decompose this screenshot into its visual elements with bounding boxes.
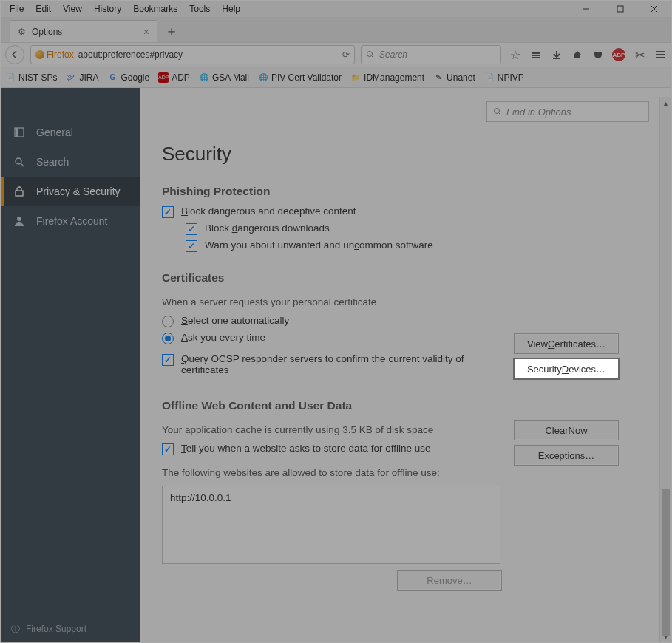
- home-icon[interactable]: [571, 48, 584, 61]
- vertical-scrollbar[interactable]: ▴ ▾: [659, 97, 671, 642]
- sidebar-firefox-account[interactable]: Firefox Account: [1, 206, 140, 236]
- tab-close-icon[interactable]: ×: [143, 26, 149, 38]
- menu-help[interactable]: Help: [216, 2, 246, 16]
- search-icon: [493, 107, 502, 116]
- checkbox-warn-uncommon[interactable]: [186, 240, 197, 252]
- bookmark-idm[interactable]: 📁IDManagement: [350, 72, 424, 83]
- scroll-down-icon[interactable]: ▾: [660, 630, 671, 642]
- bookmark-npivp[interactable]: 📄NPIVP: [484, 72, 524, 83]
- label-block-deceptive: Block dangerous and deceptive content: [181, 205, 356, 217]
- adp-icon: ADP: [158, 72, 169, 83]
- page-title: Security: [162, 143, 649, 166]
- bookmarks-bar: 📄NIST SPs 🕊JIRA GGoogle ADPADP 🌐GSA Mail…: [1, 67, 671, 88]
- sidebar-general[interactable]: General: [1, 118, 140, 147]
- tab-title: Options: [32, 27, 62, 37]
- label-warn-uncommon: Warn you about unwanted and uncommon sof…: [205, 239, 433, 251]
- firefox-brand: Firefox: [35, 50, 74, 60]
- general-icon: [13, 126, 26, 139]
- svg-line-17: [21, 163, 24, 166]
- abp-icon[interactable]: ABP: [612, 48, 625, 61]
- account-icon: [13, 214, 26, 228]
- svg-rect-15: [16, 128, 18, 137]
- url-bar[interactable]: Firefox about:preferences#privacy ⟳: [30, 45, 355, 64]
- phishing-heading: Phishing Protection: [162, 185, 649, 198]
- reload-icon[interactable]: ⟳: [342, 50, 350, 60]
- scroll-up-icon[interactable]: ▴: [660, 97, 671, 109]
- svg-point-4: [367, 52, 373, 57]
- menu-bookmarks[interactable]: Bookmarks: [127, 2, 183, 16]
- sidebar-label: Firefox Account: [36, 215, 108, 227]
- label-select-auto: Select one automatically: [181, 315, 289, 326]
- offline-sites-list[interactable]: http://10.0.0.1: [162, 486, 500, 564]
- help-icon: ⓘ: [11, 623, 20, 636]
- globe-icon: 🌐: [258, 72, 268, 83]
- checkbox-ocsp[interactable]: [162, 354, 174, 366]
- label-ocsp: Query OCSP responder servers to confirm …: [181, 353, 502, 375]
- window-close[interactable]: [637, 1, 671, 17]
- tab-strip: ⚙ Options × ＋: [1, 17, 671, 42]
- checkbox-tell-offline[interactable]: [162, 443, 174, 455]
- tab-options[interactable]: ⚙ Options ×: [10, 20, 157, 42]
- bookmark-nist[interactable]: 📄NIST SPs: [5, 72, 57, 83]
- radio-ask-every-time[interactable]: [162, 333, 174, 344]
- library-icon[interactable]: [529, 48, 543, 61]
- label-ask-every-time: Ask you every time: [181, 332, 265, 343]
- sidebar-label: General: [36, 126, 73, 138]
- find-placeholder: Find in Options: [506, 106, 571, 118]
- label-block-downloads: Block dangerous downloads: [205, 222, 330, 234]
- radio-select-auto[interactable]: [162, 316, 174, 327]
- svg-point-20: [495, 109, 500, 114]
- search-placeholder: Search: [379, 50, 407, 60]
- bookmark-gsa[interactable]: 🌐GSA Mail: [199, 72, 249, 83]
- settings-sidebar: General Search Privacy & Security Firefo…: [1, 88, 140, 642]
- new-tab-button[interactable]: ＋: [160, 20, 183, 42]
- bookmark-google[interactable]: GGoogle: [107, 72, 149, 83]
- menu-file[interactable]: File: [4, 2, 30, 16]
- back-button[interactable]: [5, 45, 24, 64]
- page-icon: 📄: [484, 72, 495, 83]
- security-devices-button[interactable]: Security Devices…: [514, 358, 619, 379]
- scroll-thumb[interactable]: [662, 489, 670, 636]
- menu-tools[interactable]: Tools: [183, 2, 216, 16]
- exceptions-button[interactable]: Exceptions…: [514, 445, 619, 466]
- find-in-options[interactable]: Find in Options: [486, 101, 649, 122]
- menu-history[interactable]: History: [88, 2, 127, 16]
- bookmark-adp[interactable]: ADPADP: [158, 72, 190, 83]
- svg-marker-10: [573, 51, 582, 58]
- tools-icon[interactable]: ✂: [633, 48, 646, 61]
- svg-line-21: [499, 113, 501, 115]
- unanet-icon: ✎: [433, 72, 444, 83]
- star-icon[interactable]: ☆: [509, 48, 522, 61]
- search-icon: [13, 155, 26, 169]
- firefox-icon: [35, 50, 44, 59]
- bookmark-unanet[interactable]: ✎Unanet: [433, 72, 475, 83]
- sidebar-privacy-security[interactable]: Privacy & Security: [1, 177, 140, 206]
- view-certificates-button[interactable]: View Certificates…: [514, 333, 619, 354]
- search-box[interactable]: Search: [361, 45, 501, 64]
- menu-view[interactable]: View: [57, 2, 88, 16]
- pocket-icon[interactable]: [591, 48, 605, 61]
- svg-rect-18: [16, 191, 23, 196]
- bookmark-jira[interactable]: 🕊JIRA: [66, 72, 98, 83]
- checkbox-block-downloads[interactable]: [186, 223, 197, 235]
- downloads-icon[interactable]: [550, 48, 563, 61]
- remove-button[interactable]: Remove…: [397, 570, 502, 591]
- clear-now-button[interactable]: Clear Now: [514, 420, 619, 440]
- checkbox-block-deceptive[interactable]: [162, 206, 174, 218]
- page-icon: 📄: [5, 72, 16, 83]
- menu-edit[interactable]: Edit: [30, 2, 57, 16]
- hamburger-icon[interactable]: [654, 48, 667, 61]
- certs-desc: When a server requests your personal cer…: [162, 296, 502, 307]
- offline-site-entry[interactable]: http://10.0.0.1: [170, 492, 492, 503]
- certs-heading: Certificates: [162, 271, 649, 285]
- svg-point-16: [16, 158, 21, 164]
- sidebar-label: Privacy & Security: [36, 186, 121, 197]
- folder-icon: 📁: [350, 72, 361, 83]
- google-icon: G: [107, 72, 118, 83]
- bookmark-piv[interactable]: 🌐PIV Cert Validator: [258, 72, 342, 83]
- jira-icon: 🕊: [66, 72, 76, 83]
- sidebar-search[interactable]: Search: [1, 147, 140, 177]
- window-maximize[interactable]: [603, 1, 637, 17]
- firefox-support-link[interactable]: ⓘ Firefox Support: [1, 616, 140, 642]
- window-minimize[interactable]: [569, 1, 603, 17]
